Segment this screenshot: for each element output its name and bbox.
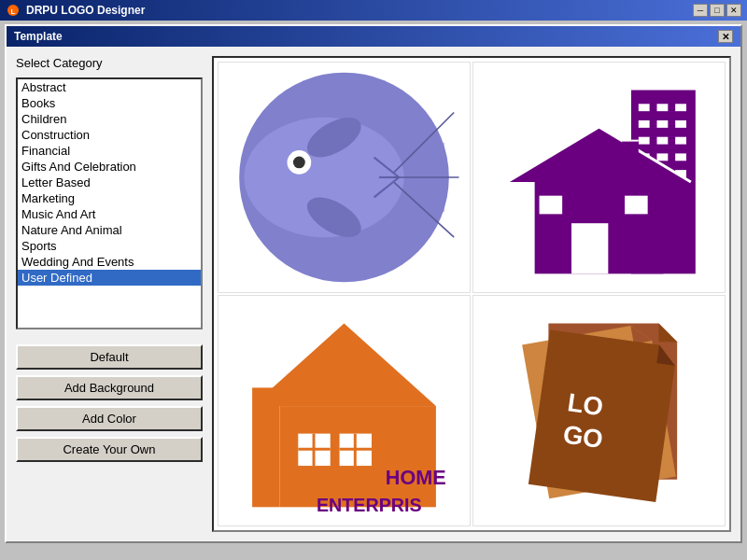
category-item-marketing[interactable]: Marketing <box>18 190 201 206</box>
app-icon: L <box>6 3 21 18</box>
svg-rect-37 <box>625 196 648 215</box>
create-own-button[interactable]: Create Your Own <box>16 437 203 462</box>
category-item-construction[interactable]: Construction <box>18 127 201 143</box>
button-group: Default Add Background Add Color Create … <box>16 344 203 462</box>
category-item-letter[interactable]: Letter Based <box>18 175 201 190</box>
svg-point-6 <box>293 157 305 169</box>
svg-rect-23 <box>656 137 668 145</box>
fish-svg <box>218 63 470 292</box>
category-item-children[interactable]: Children <box>18 111 201 127</box>
svg-rect-26 <box>656 153 668 161</box>
svg-rect-35 <box>571 223 608 273</box>
category-item-abstract[interactable]: Abstract <box>18 79 201 95</box>
svg-text:ENTERPRIS: ENTERPRIS <box>317 495 422 515</box>
default-button[interactable]: Default <box>16 344 203 370</box>
category-item-nature[interactable]: Nature And Animal <box>18 222 201 238</box>
stamp-svg: LO GO <box>473 296 725 525</box>
logo-cell-house[interactable]: HOME ENTERPRIS <box>218 295 471 526</box>
content-area: Select Category AbstractBooksChildrenCon… <box>7 47 740 541</box>
svg-text:LO: LO <box>566 387 605 421</box>
svg-rect-22 <box>639 137 650 145</box>
svg-rect-19 <box>639 120 650 128</box>
close-app-button[interactable]: ✕ <box>726 4 741 17</box>
logo-cell-building[interactable] <box>472 62 726 293</box>
maximize-button[interactable]: □ <box>710 4 725 17</box>
logo-cell-stamp[interactable]: LO GO <box>472 295 726 526</box>
svg-marker-52 <box>658 324 677 343</box>
svg-rect-17 <box>656 104 668 111</box>
category-item-financial[interactable]: Financial <box>18 143 201 159</box>
svg-rect-24 <box>675 137 686 145</box>
svg-rect-21 <box>675 120 686 128</box>
dialog-close-button[interactable]: ✕ <box>718 30 733 43</box>
svg-text:GO: GO <box>561 419 605 454</box>
category-item-books[interactable]: Books <box>18 95 201 111</box>
app-title: DRPU LOGO Designer <box>26 4 145 17</box>
svg-marker-55 <box>529 329 678 502</box>
add-background-button[interactable]: Add Background <box>16 375 203 400</box>
svg-text:L: L <box>11 7 16 16</box>
svg-rect-38 <box>622 141 639 187</box>
svg-rect-27 <box>675 153 686 161</box>
logo-cell-fish[interactable] <box>218 62 471 293</box>
category-item-music[interactable]: Music And Art <box>18 206 201 222</box>
category-item-sports[interactable]: Sports <box>18 238 201 254</box>
add-color-button[interactable]: Add Color <box>16 406 203 431</box>
building-svg <box>473 63 725 292</box>
svg-rect-20 <box>656 120 668 128</box>
select-category-label: Select Category <box>16 56 203 70</box>
house-svg: HOME ENTERPRIS <box>218 296 470 525</box>
left-panel: Select Category AbstractBooksChildrenCon… <box>16 56 203 532</box>
svg-text:HOME: HOME <box>386 466 446 489</box>
main-window: Template ✕ Select Category AbstractBooks… <box>5 24 742 543</box>
svg-rect-16 <box>639 104 650 111</box>
category-item-wedding[interactable]: Wedding And Events <box>18 254 201 270</box>
logo-grid: HOME ENTERPRIS <box>212 56 731 532</box>
svg-rect-36 <box>540 196 563 215</box>
category-item-gifts[interactable]: Gifts And Celebration <box>18 159 201 175</box>
category-list[interactable]: AbstractBooksChildrenConstructionFinanci… <box>16 77 203 329</box>
minimize-button[interactable]: ─ <box>693 4 708 17</box>
dialog-title-bar: Template ✕ <box>7 26 740 47</box>
category-item-user-defined[interactable]: User Defined <box>18 270 201 286</box>
app-title-bar: L DRPU LOGO Designer ─ □ ✕ <box>0 0 747 21</box>
svg-rect-41 <box>252 387 280 507</box>
svg-rect-18 <box>675 104 686 111</box>
dialog-title: Template <box>14 30 63 43</box>
